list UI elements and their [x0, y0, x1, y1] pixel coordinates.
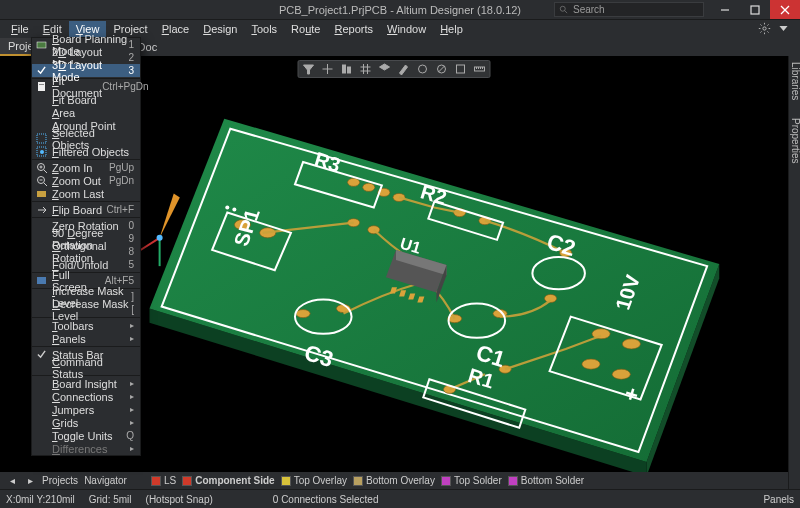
menu-item-zoom-in[interactable]: Zoom InPgUp — [32, 161, 140, 174]
menu-item-command-status[interactable]: Command Status — [32, 361, 140, 374]
svg-point-48 — [296, 310, 310, 318]
help-dropdown-icon[interactable] — [777, 22, 790, 37]
svg-point-6 — [763, 26, 766, 29]
settings-icon[interactable] — [758, 22, 771, 37]
title-bar: PCB_Project1.PrjPCB - Altium Designer (1… — [0, 0, 800, 19]
menu-item-fit-document[interactable]: Fit DocumentCtrl+PgDn — [32, 80, 140, 93]
menu-item-toggle-units[interactable]: Toggle UnitsQ — [32, 429, 140, 442]
view-menu-dropdown: Board Planning Mode12D Layout Mode23D La… — [31, 37, 141, 456]
layer-component-side[interactable]: Component Side — [182, 475, 274, 486]
properties-tab[interactable]: Properties — [790, 118, 800, 164]
menu-item-filtered-objects[interactable]: Filtered Objects — [32, 145, 140, 158]
menu-item-area[interactable]: Area — [32, 106, 140, 119]
menu-window[interactable]: Window — [380, 21, 433, 37]
status-snap: (Hotspot Snap) — [146, 494, 213, 505]
menu-item-connections[interactable]: Connections▸ — [32, 390, 140, 403]
status-bar: X:0mil Y:210mil Grid: 5mil (Hotspot Snap… — [0, 489, 800, 508]
close-button[interactable] — [770, 0, 800, 19]
svg-line-1 — [565, 10, 568, 13]
svg-marker-7 — [779, 26, 787, 31]
menu-item-orthogonal-rotation[interactable]: Orthogonal Rotation8 — [32, 245, 140, 258]
svg-point-84 — [232, 208, 236, 212]
svg-rect-3 — [751, 6, 759, 14]
menu-route[interactable]: Route — [284, 21, 327, 37]
global-search[interactable]: Search — [554, 2, 704, 17]
menu-item-zoom-out[interactable]: Zoom OutPgDn — [32, 174, 140, 187]
status-coords: X:0mil Y:210mil — [6, 494, 75, 505]
minimize-button[interactable] — [710, 0, 740, 19]
status-grid: Grid: 5mil — [89, 494, 132, 505]
layer-bar: ◂ ▸ Projects Navigator LS Component Side… — [0, 472, 788, 489]
layer-bottom-solder[interactable]: Bottom Solder — [508, 475, 584, 486]
menu-file[interactable]: File — [4, 21, 36, 37]
status-selection: 0 Connections Selected — [273, 494, 379, 505]
layer-next-icon[interactable]: ▸ — [24, 475, 36, 487]
layer-top-overlay[interactable]: Top Overlay — [281, 475, 347, 486]
svg-rect-86 — [38, 82, 45, 91]
svg-line-96 — [44, 183, 47, 186]
layer-nav-projects[interactable]: Projects — [42, 475, 78, 486]
svg-point-57 — [612, 369, 630, 379]
right-rail: Libraries Properties — [788, 56, 800, 489]
menu-design[interactable]: Design — [196, 21, 244, 37]
svg-point-39 — [363, 183, 375, 191]
svg-point-38 — [348, 178, 360, 186]
svg-point-90 — [40, 150, 44, 154]
maximize-button[interactable] — [740, 0, 770, 19]
svg-line-92 — [44, 170, 47, 173]
svg-rect-88 — [37, 134, 46, 143]
svg-rect-98 — [37, 191, 46, 197]
menu-item-grids[interactable]: Grids▸ — [32, 416, 140, 429]
menu-item-fit-board[interactable]: Fit Board — [32, 93, 140, 106]
layer-bottom-overlay[interactable]: Bottom Overlay — [353, 475, 435, 486]
svg-marker-28 — [160, 193, 180, 237]
menu-help[interactable]: Help — [433, 21, 470, 37]
layer-top-solder[interactable]: Top Solder — [441, 475, 502, 486]
svg-point-83 — [225, 206, 229, 210]
layer-ls[interactable]: LS — [164, 475, 176, 486]
menu-item-toolbars[interactable]: Toolbars▸ — [32, 319, 140, 332]
search-icon — [559, 5, 569, 15]
menu-item-flip-board[interactable]: Flip BoardCtrl+F — [32, 203, 140, 216]
menu-item-selected-objects[interactable]: Selected Objects — [32, 132, 140, 145]
menu-item-differences: Differences▸ — [32, 442, 140, 455]
svg-rect-87 — [39, 84, 44, 85]
menu-item-panels[interactable]: Panels▸ — [32, 332, 140, 345]
menu-reports[interactable]: Reports — [327, 21, 380, 37]
menu-tools[interactable]: Tools — [244, 21, 284, 37]
libraries-tab[interactable]: Libraries — [790, 62, 800, 100]
menu-item-decrease-mask-level[interactable]: Decrease Mask Level[ — [32, 303, 140, 316]
search-placeholder: Search — [573, 4, 605, 15]
layer-nav-navigator[interactable]: Navigator — [84, 475, 127, 486]
svg-rect-99 — [37, 277, 46, 284]
svg-point-31 — [157, 235, 163, 241]
svg-point-56 — [582, 359, 600, 369]
status-panels-button[interactable]: Panels — [763, 494, 794, 505]
svg-point-55 — [622, 339, 640, 349]
svg-rect-85 — [37, 42, 46, 48]
menu-item-board-insight[interactable]: Board Insight▸ — [32, 377, 140, 390]
menu-item-zoom-last[interactable]: Zoom Last — [32, 187, 140, 200]
layer-prev-icon[interactable]: ◂ — [6, 475, 18, 487]
menu-item-jumpers[interactable]: Jumpers▸ — [32, 403, 140, 416]
menu-place[interactable]: Place — [155, 21, 197, 37]
svg-point-0 — [560, 6, 565, 11]
